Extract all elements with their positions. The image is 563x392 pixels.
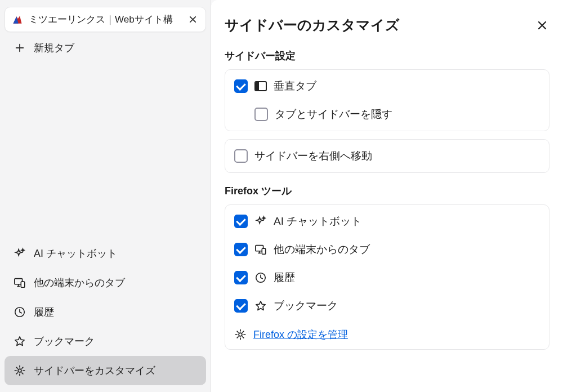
svg-point-3 [18,369,21,372]
vertical-tabs-sidebar: ミツエーリンクス｜Webサイト構 新規タブ AI チャットボット 他の端 [0,0,211,392]
synced-tabs-icon [14,277,26,289]
tool-label: 他の端末からのタブ [274,242,370,257]
gear-icon [234,328,247,341]
move-right-group: サイドバーを右側へ移動 [225,139,549,173]
tab-title: ミツエーリンクス｜Webサイト構 [29,13,181,26]
tool-bookmarks-checkbox[interactable] [234,299,248,313]
sidebar-item-label: 他の端末からのタブ [34,276,125,289]
svg-rect-5 [262,248,265,254]
tool-ai-chatbot-checkbox[interactable] [234,215,248,228]
sidebar-item-history[interactable]: 履歴 [5,297,206,327]
bookmark-icon [14,335,26,348]
section-title-sidebar-settings: サイドバー設定 [225,49,549,63]
sparkles-icon [14,247,26,260]
panel-title: サイドバーのカスタマイズ [225,16,400,34]
svg-rect-1 [21,282,24,287]
new-tab-label: 新規タブ [34,41,74,55]
manage-settings-row: Firefox の設定を管理 [225,320,549,347]
section-title-firefox-tools: Firefox ツール [225,184,549,198]
sidebar-item-customize[interactable]: サイドバーをカスタマイズ [5,356,206,385]
manage-settings-link[interactable]: Firefox の設定を管理 [253,328,348,341]
site-favicon [12,14,23,25]
vertical-tabs-checkbox[interactable] [234,79,248,93]
sidebar-settings-group: 垂直タブ タブとサイドバーを隠す [225,69,549,131]
new-tab-button[interactable]: 新規タブ [5,34,206,61]
customize-sidebar-panel: サイドバーのカスタマイズ サイドバー設定 垂直タブ タブとサイドバーを隠す サイ… [211,0,563,392]
history-icon [14,306,26,318]
sidebar-item-label: AI チャットボット [34,247,117,260]
sidebar-item-label: サイドバーをカスタマイズ [34,364,155,377]
history-icon [254,271,267,284]
firefox-tools-group: AI チャットボット 他の端末からのタブ 履歴 [225,204,549,350]
move-right-row[interactable]: サイドバーを右側へ移動 [225,142,549,170]
sparkles-icon [254,215,267,228]
sidebar-item-ai-chatbot[interactable]: AI チャットボット [5,239,206,268]
bookmark-icon [254,300,267,312]
vertical-tabs-label: 垂直タブ [274,79,316,93]
tool-label: AI チャットボット [274,214,361,229]
vertical-tabs-row[interactable]: 垂直タブ [225,72,549,100]
tool-history-row[interactable]: 履歴 [225,264,549,292]
tool-ai-chatbot-row[interactable]: AI チャットボット [225,207,549,235]
sidebar-item-label: ブックマーク [34,335,95,348]
hide-tabs-label: タブとサイドバーを隠す [275,107,392,122]
tab-item[interactable]: ミツエーリンクス｜Webサイト構 [5,7,206,32]
plus-icon [14,42,26,54]
tool-label: 履歴 [274,270,295,285]
synced-tabs-icon [254,243,267,256]
tool-synced-tabs-row[interactable]: 他の端末からのタブ [225,235,549,264]
svg-point-7 [239,333,242,336]
close-tab-icon[interactable] [186,14,199,26]
move-right-label: サイドバーを右側へ移動 [254,149,372,163]
hide-tabs-row[interactable]: タブとサイドバーを隠す [225,100,549,128]
hide-tabs-checkbox[interactable] [254,108,268,121]
tool-bookmarks-row[interactable]: ブックマーク [225,292,549,320]
tool-label: ブックマーク [274,299,338,313]
sidebar-item-bookmarks[interactable]: ブックマーク [5,327,206,356]
move-right-checkbox[interactable] [234,149,248,163]
close-panel-button[interactable] [535,18,549,33]
gear-icon [14,364,26,377]
sidebar-item-label: 履歴 [34,305,54,319]
tool-history-checkbox[interactable] [234,271,248,284]
tool-synced-tabs-checkbox[interactable] [234,243,248,256]
sidebar-item-synced-tabs[interactable]: 他の端末からのタブ [5,268,206,297]
vertical-tabs-icon [254,81,267,91]
